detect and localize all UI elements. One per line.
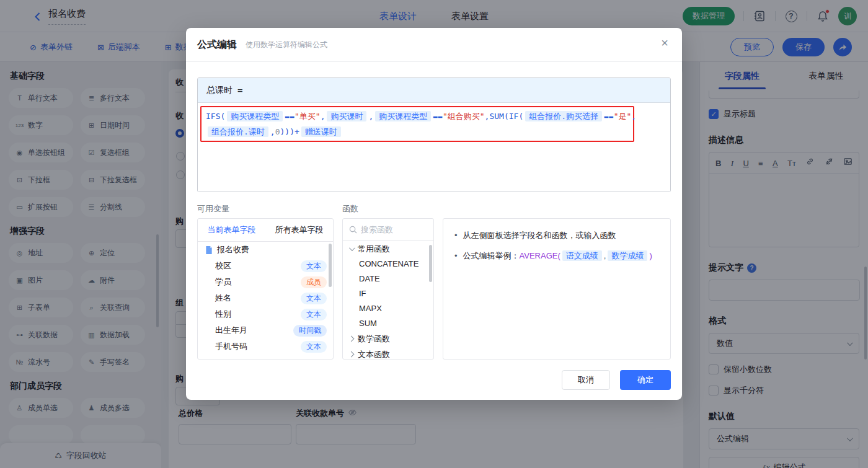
- formula-tips: • 从左侧面板选择字段名和函数，或输入函数 • 公式编辑举例：AVERAGE(语…: [443, 218, 671, 360]
- tip-example: 公式编辑举例：AVERAGE(语文成绩,数学成绩): [463, 249, 652, 263]
- field-chip[interactable]: 购买课程类型: [227, 111, 283, 121]
- function-item[interactable]: CONCATENATE: [343, 257, 433, 272]
- variable-row[interactable]: 出生年月时间戳: [198, 322, 333, 338]
- functions-scrollbar[interactable]: [429, 245, 432, 282]
- function-item[interactable]: DATE: [343, 272, 433, 286]
- tip-text: 从左侧面板选择字段名和函数，或输入函数: [463, 228, 616, 243]
- variable-type-badge: 成员: [301, 276, 327, 288]
- dialog-subtitle: 使用数学运算符编辑公式: [246, 40, 327, 50]
- formula-token: "是": [614, 112, 632, 121]
- formula-line: 组合报价.课时,0)))+赠送课时: [206, 124, 629, 139]
- field-chip[interactable]: 购买课时: [327, 111, 366, 121]
- variable-name: 性别: [215, 309, 301, 320]
- confirm-button[interactable]: 确定: [620, 370, 671, 390]
- formula-highlight-box: IFS(购买课程类型=="单买",购买课时,购买课程类型=="组合购买",SUM…: [200, 106, 634, 142]
- field-chip: 语文成绩: [562, 250, 602, 261]
- formula-edit-dialog: 公式编辑 使用数学运算符编辑公式 × 总课时 = IFS(购买课程类型=="单买…: [186, 28, 682, 400]
- variables-root-name: 报名收费: [217, 244, 327, 255]
- function-item[interactable]: MAPX: [343, 301, 433, 316]
- bullet: •: [454, 228, 458, 243]
- formula-target: 总课时 =: [198, 78, 670, 103]
- formula-token: ==: [604, 112, 614, 121]
- function-group-常用函数[interactable]: 常用函数: [343, 241, 433, 257]
- variable-row[interactable]: 性别文本: [198, 306, 333, 322]
- formula-input-area[interactable]: IFS(购买课程类型=="单买",购买课时,购买课程类型=="组合购买",SUM…: [198, 103, 670, 192]
- variable-row[interactable]: 手机号码文本: [198, 338, 333, 355]
- variable-name: 出生年月: [215, 325, 293, 336]
- variable-name: 学员: [215, 276, 301, 288]
- formula-token: ,SUM(IF(: [485, 112, 524, 121]
- variable-type-badge: 文本: [301, 341, 327, 353]
- formula-token: "单买": [294, 112, 321, 121]
- tip-token: AVERAGE(: [520, 251, 560, 260]
- formula-token: ,: [321, 112, 326, 121]
- formula-token: ,: [270, 127, 275, 136]
- function-search-input[interactable]: [361, 225, 423, 234]
- formula-token: ,: [368, 112, 373, 121]
- field-chip[interactable]: 组合报价.课时: [208, 126, 268, 137]
- search-icon: [349, 226, 357, 234]
- close-icon[interactable]: ×: [661, 37, 668, 49]
- form-doc-icon: [205, 245, 217, 255]
- functions-label: 函数: [342, 203, 443, 214]
- variables-tab-所有表单字段[interactable]: 所有表单字段: [265, 219, 333, 241]
- field-chip[interactable]: 赠送课时: [301, 126, 341, 137]
- field-chip[interactable]: 购买课程类型: [375, 111, 431, 121]
- formula-editor: 总课时 = IFS(购买课程类型=="单买",购买课时,购买课程类型=="组合购…: [197, 77, 671, 192]
- function-group-name: 数学函数: [358, 333, 390, 345]
- cancel-button[interactable]: 取消: [562, 370, 610, 390]
- variable-type-badge: 文本: [301, 260, 327, 272]
- variables-tab-当前表单字段[interactable]: 当前表单字段: [198, 219, 265, 241]
- variable-type-badge: 文本: [301, 293, 327, 304]
- variable-name: 姓名: [215, 293, 301, 304]
- variable-type-badge: 文本: [301, 309, 327, 320]
- formula-line: IFS(购买课程类型=="单买",购买课时,购买课程类型=="组合购买",SUM…: [206, 108, 629, 124]
- formula-token: IFS(: [206, 112, 225, 121]
- formula-token: ==: [433, 112, 443, 121]
- variable-row[interactable]: 姓名文本: [198, 290, 333, 306]
- variables-label: 可用变量: [197, 203, 342, 214]
- variables-scrollbar[interactable]: [329, 244, 332, 287]
- variables-root-row[interactable]: 报名收费: [198, 242, 333, 258]
- function-search[interactable]: [343, 219, 433, 241]
- function-group-数学函数[interactable]: 数学函数: [343, 331, 433, 347]
- tip-token: ,: [604, 251, 606, 260]
- formula-token: ==: [285, 112, 294, 121]
- function-item[interactable]: IF: [343, 286, 433, 301]
- variable-row[interactable]: 校区文本: [198, 258, 333, 274]
- field-chip[interactable]: 组合报价.购买选择: [525, 111, 602, 121]
- field-chip: 数学成绩: [608, 250, 647, 261]
- dialog-title: 公式编辑: [197, 38, 237, 51]
- function-item[interactable]: SUM: [343, 316, 433, 331]
- variable-type-badge: 时间戳: [293, 325, 327, 337]
- variables-panel: 当前表单字段所有表单字段 报名收费校区文本学员成员姓名文本性别文本出生年月时间戳…: [197, 218, 334, 360]
- tip-token: ): [649, 251, 652, 260]
- formula-token: )))+: [280, 127, 299, 136]
- chevron-down-icon: [349, 245, 355, 251]
- variable-row[interactable]: 学员成员: [198, 274, 333, 290]
- chevron-right-icon: [348, 351, 355, 358]
- variable-name: 手机号码: [215, 341, 301, 352]
- function-group-文本函数[interactable]: 文本函数: [343, 347, 433, 360]
- function-group-name: 文本函数: [358, 349, 390, 360]
- functions-panel: 常用函数CONCATENATEDATEIFMAPXSUM数学函数文本函数: [342, 218, 434, 360]
- function-group-name: 常用函数: [358, 244, 390, 255]
- chevron-right-icon: [348, 336, 355, 342]
- variable-name: 校区: [215, 260, 301, 272]
- formula-token: "组合购买": [443, 112, 485, 121]
- formula-token: ,: [631, 112, 636, 121]
- bullet: •: [454, 249, 458, 263]
